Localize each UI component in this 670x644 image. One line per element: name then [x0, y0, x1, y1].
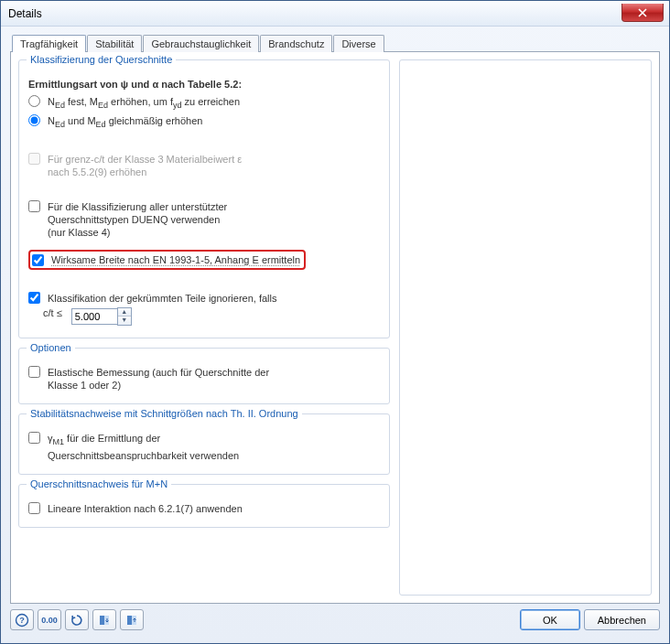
titlebar: Details	[1, 1, 669, 27]
help-icon-button[interactable]: ?	[10, 609, 34, 630]
chk-gamma-input[interactable]	[28, 432, 40, 444]
chk-duenq[interactable]: Für die Klassifizierung aller unterstütz…	[28, 200, 380, 239]
chk-gamma-label: γM1 für die Ermittlung der Querschnittsb…	[48, 432, 239, 461]
tab-tragfaehigkeit[interactable]: Tragfähigkeit	[12, 35, 86, 52]
tab-diverse[interactable]: Diverse	[333, 35, 384, 52]
chk-linear-input[interactable]	[28, 502, 40, 514]
radio-ned-fest-label: NEd fest, MEd erhöhen, um fyd zu erreich…	[48, 95, 240, 112]
cft-row: c/t ≤ ▲ ▼	[43, 307, 380, 326]
chk-curved-input[interactable]	[28, 292, 40, 304]
chk-linear[interactable]: Lineare Interaktion nach 6.2.1(7) anwend…	[28, 502, 380, 515]
cft-input[interactable]	[71, 308, 117, 325]
preview-panel	[399, 59, 652, 596]
group-legend: Stabilitätsnachweise mit Schnittgrößen n…	[27, 408, 302, 419]
group-legend: Optionen	[27, 342, 75, 353]
group-legend: Querschnittsnachweis für M+N	[27, 478, 171, 489]
tab-brandschutz[interactable]: Brandschutz	[260, 35, 332, 52]
group-optionen: Optionen Elastische Bemessung (auch für …	[18, 348, 390, 404]
chk-gamma[interactable]: γM1 für die Ermittlung der Querschnittsb…	[28, 432, 380, 461]
chk-duenq-label: Für die Klassifizierung aller unterstütz…	[48, 200, 227, 239]
chk-curved[interactable]: Klassifikation der gekrümmten Teile igno…	[28, 292, 380, 305]
chk-elastic-label: Elastische Bemessung (auch für Querschni…	[48, 366, 269, 392]
group-klassifizierung: Klassifizierung der Querschnitte Ermittl…	[18, 59, 390, 338]
group-legend: Klassifizierung der Querschnitte	[27, 54, 176, 65]
chk-elastic-input[interactable]	[28, 366, 40, 378]
chk-breite-label: Wirksame Breite nach EN 1993-1-5, Anhang…	[51, 253, 300, 266]
cft-spin-down[interactable]: ▼	[118, 317, 131, 325]
radio-ned-med-input[interactable]	[28, 114, 40, 126]
tab-stabilitaet[interactable]: Stabilität	[87, 35, 142, 52]
svg-rect-2	[100, 616, 104, 625]
group-mn: Querschnittsnachweis für M+N Lineare Int…	[18, 484, 390, 528]
tab-panel: Klassifizierung der Querschnitte Ermittl…	[10, 51, 660, 604]
group-stabilitaet: Stabilitätsnachweise mit Schnittgrößen n…	[18, 413, 390, 474]
import-icon-button[interactable]	[92, 609, 116, 630]
reset-icon-button[interactable]	[65, 609, 89, 630]
cft-spin-up[interactable]: ▲	[118, 308, 131, 317]
radio-ned-fest[interactable]: NEd fest, MEd erhöhen, um fyd zu erreich…	[28, 95, 380, 112]
ok-button[interactable]: OK	[520, 609, 580, 630]
radio-ned-med-label: NEd und MEd gleichmäßig erhöhen	[48, 114, 202, 131]
chk-elastic[interactable]: Elastische Bemessung (auch für Querschni…	[28, 366, 380, 392]
chk-grenz-input	[28, 153, 40, 165]
cft-label: c/t ≤	[43, 307, 62, 318]
radio-ned-fest-input[interactable]	[28, 95, 40, 107]
radio-ned-med[interactable]: NEd und MEd gleichmäßig erhöhen	[28, 114, 380, 131]
details-dialog: Details Tragfähigkeit Stabilität Gebrauc…	[0, 0, 670, 644]
chk-breite-row: Wirksame Breite nach EN 1993-1-5, Anhang…	[28, 250, 380, 270]
cancel-button[interactable]: Abbrechen	[584, 609, 660, 630]
svg-text:?: ?	[19, 616, 25, 625]
window-title: Details	[8, 7, 42, 20]
highlight-frame: Wirksame Breite nach EN 1993-1-5, Anhang…	[28, 250, 306, 270]
decimals-icon-button[interactable]: 0.00	[38, 609, 61, 630]
chk-grenz-label: Für grenz-c/t der Klasse 3 Materialbeiwe…	[48, 153, 242, 178]
chk-linear-label: Lineare Interaktion nach 6.2.1(7) anwend…	[48, 502, 243, 515]
chk-curved-label: Klassifikation der gekrümmten Teile igno…	[48, 292, 276, 305]
ermittlungsart-label: Ermittlungsart von ψ und α nach Tabelle …	[28, 79, 380, 90]
chk-breite-input[interactable]	[32, 254, 44, 266]
tab-strip: Tragfähigkeit Stabilität Gebrauchstaugli…	[10, 34, 660, 604]
svg-rect-4	[127, 616, 132, 625]
cft-spinner[interactable]: ▲ ▼	[117, 307, 132, 326]
close-button[interactable]	[621, 4, 664, 22]
chk-grenz: Für grenz-c/t der Klasse 3 Materialbeiwe…	[28, 153, 380, 178]
button-bar: ? 0.00 OK Abbrechen	[10, 604, 660, 630]
chk-duenq-input[interactable]	[28, 200, 40, 212]
export-icon-button[interactable]	[120, 609, 144, 630]
tab-gebrauchstauglichkeit[interactable]: Gebrauchstauglichkeit	[143, 35, 259, 52]
